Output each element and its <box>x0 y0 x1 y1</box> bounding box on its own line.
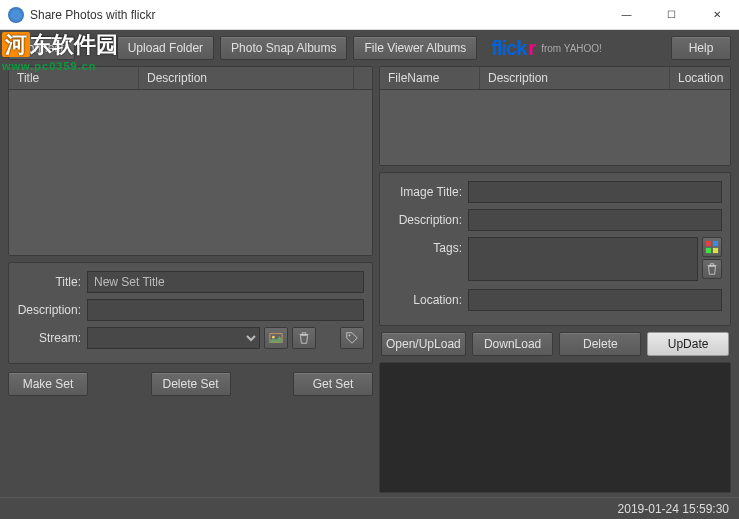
make-set-button[interactable]: Make Set <box>8 372 88 396</box>
window-controls: — ☐ ✕ <box>604 0 739 29</box>
download-button[interactable]: DownLoad <box>472 332 554 356</box>
col-filename[interactable]: FileName <box>380 67 480 89</box>
image-title-label: Image Title: <box>388 185 468 199</box>
image-form-panel: Image Title: Description: Tags: <box>379 172 731 326</box>
title-input[interactable] <box>87 271 364 293</box>
set-list-table: Title Description <box>8 66 373 256</box>
location-input[interactable] <box>468 289 722 311</box>
update-button[interactable]: UpDate <box>647 332 729 356</box>
left-pane: Title Description Title: Description: St… <box>8 66 373 493</box>
delete-set-button[interactable]: Delete Set <box>151 372 231 396</box>
get-set-button[interactable]: Get Set <box>293 372 373 396</box>
svg-rect-4 <box>713 241 718 246</box>
file-list-header: FileName Description Location <box>380 67 730 90</box>
col-file-description[interactable]: Description <box>480 67 670 89</box>
stream-photo-icon-button[interactable] <box>264 327 288 349</box>
row-location: Location: <box>388 289 722 311</box>
app-icon <box>8 7 24 23</box>
status-timestamp: 2019-01-24 15:59:30 <box>618 502 729 516</box>
trash-icon <box>705 262 719 276</box>
tag-icon <box>345 331 359 345</box>
minimize-button[interactable]: — <box>604 0 649 29</box>
photo-snap-albums-button[interactable]: Photo Snap Albums <box>220 36 347 60</box>
row-description: Description: <box>17 299 364 321</box>
set-form-panel: Title: Description: Stream: <box>8 262 373 364</box>
image-title-input[interactable] <box>468 181 722 203</box>
image-actions-row: Open/UpLoad DownLoad Delete UpDate <box>379 332 731 356</box>
image-description-input[interactable] <box>468 209 722 231</box>
photo-icon <box>269 331 283 345</box>
row-tags: Tags: <box>388 237 722 281</box>
close-button[interactable]: ✕ <box>694 0 739 29</box>
maximize-button[interactable]: ☐ <box>649 0 694 29</box>
stream-delete-icon-button[interactable] <box>292 327 316 349</box>
stream-select[interactable] <box>87 327 260 349</box>
tags-input[interactable] <box>468 237 698 281</box>
content-area: Title Description Title: Description: St… <box>0 66 739 497</box>
delete-button[interactable]: Delete <box>559 332 641 356</box>
flickr-logo: flickr from YAHOO! <box>491 37 602 60</box>
description-label: Description: <box>17 303 87 317</box>
flickr-text-blue: flick <box>491 37 526 60</box>
file-list-body[interactable] <box>380 90 730 165</box>
open-upload-button[interactable]: Open/UpLoad <box>381 332 466 356</box>
image-description-label: Description: <box>388 213 468 227</box>
status-bar: 2019-01-24 15:59:30 <box>0 497 739 519</box>
tag-delete-icon-button[interactable] <box>702 259 722 279</box>
title-label: Title: <box>17 275 87 289</box>
svg-rect-6 <box>713 248 718 253</box>
row-image-description: Description: <box>388 209 722 231</box>
app-body: 河河东软件园东软件园 www.pc0359.cn Connect Upload … <box>0 30 739 519</box>
set-list-header: Title Description <box>9 67 372 90</box>
tag-side-buttons <box>702 237 722 279</box>
stream-label: Stream: <box>17 331 87 345</box>
stream-tag-icon-button[interactable] <box>340 327 364 349</box>
location-label: Location: <box>388 293 468 307</box>
right-pane: FileName Description Location Image Titl… <box>379 66 731 493</box>
description-input[interactable] <box>87 299 364 321</box>
flickr-yahoo-text: from YAHOO! <box>541 43 602 54</box>
tags-label: Tags: <box>388 237 468 255</box>
help-button[interactable]: Help <box>671 36 731 60</box>
col-spacer <box>354 67 372 89</box>
col-title[interactable]: Title <box>9 67 139 89</box>
tag-color-icon-button[interactable] <box>702 237 722 257</box>
file-viewer-albums-button[interactable]: File Viewer Albums <box>353 36 477 60</box>
window-title: Share Photos with flickr <box>30 8 604 22</box>
image-preview-area <box>379 362 731 493</box>
row-stream: Stream: <box>17 327 364 349</box>
col-location[interactable]: Location <box>670 67 730 89</box>
main-toolbar: Connect Upload Folder Photo Snap Albums … <box>0 30 739 66</box>
svg-rect-3 <box>706 241 711 246</box>
connect-button[interactable]: Connect <box>8 36 75 60</box>
svg-point-2 <box>349 335 351 337</box>
svg-rect-5 <box>706 248 711 253</box>
flickr-text-pink: r <box>528 37 535 60</box>
file-list-table: FileName Description Location <box>379 66 731 166</box>
set-list-body[interactable] <box>9 90 372 255</box>
set-buttons-row: Make Set Delete Set Get Set <box>8 370 373 396</box>
window-titlebar: Share Photos with flickr — ☐ ✕ <box>0 0 739 30</box>
trash-icon <box>297 331 311 345</box>
row-image-title: Image Title: <box>388 181 722 203</box>
col-description[interactable]: Description <box>139 67 354 89</box>
row-title: Title: <box>17 271 364 293</box>
color-grid-icon <box>705 240 719 254</box>
upload-folder-button[interactable]: Upload Folder <box>117 36 214 60</box>
